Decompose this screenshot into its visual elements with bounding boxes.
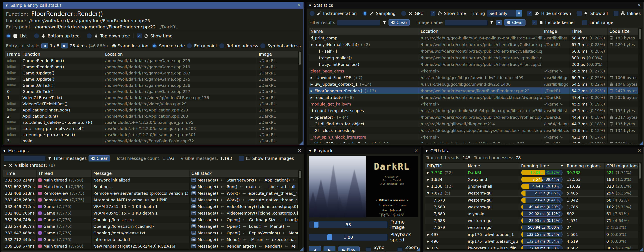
close-icon[interactable]: ✕ [298,148,302,153]
playback-speed-slider[interactable]: 1.00 [309,234,388,241]
column-header-pid-tid[interactable]: PID/TID [425,162,466,169]
frame-image-slider[interactable]: 53 [309,221,388,228]
table-row[interactable]: 382,428,269nsRemoteView(7,775)Attempting… [3,196,302,203]
table-row[interactable]: inlineGame::Update()/home/wolf/darkrl/sr… [5,70,301,76]
table-row[interactable]: 382,647,488nsGame(7,776)Opening /meta/re… [3,230,302,236]
chevron-down-icon[interactable]: ▼ [516,10,522,16]
scrollbar[interactable] [638,162,641,249]
table-row[interactable]: 2Application::Run()/home/wolf/darkrl/src… [5,113,301,119]
visible-threads-row[interactable]: ▶ Visible threads: (8) [1,163,304,169]
table-row[interactable]: ▶FloorRenderer::Render()(+13)/home/wolf/… [309,88,641,94]
clear-filter-button[interactable]: Clear [388,20,410,26]
table-row[interactable]: ▶operator()(+44)/home/wolf/darkrl/contri… [309,114,641,120]
table-row[interactable]: 382,504,746nsGame(7,776)Opening /forest.… [3,216,302,223]
column-header-location[interactable]: Location [103,51,257,58]
table-row[interactable]: inlinestd::__uniq_ptr_impl<>::reset()/us… [5,125,301,132]
table-row[interactable]: ▼7,673(5)wezterm-gui2.15 s (8.86%)5,4852… [425,190,641,196]
call-stack-icon[interactable] [192,237,196,242]
timing-dropdown[interactable]: Self only ▼ [487,10,522,17]
table-row[interactable]: 3main/home/wolf/darkrl/src/EntryPointPos… [5,138,301,143]
collapse-icon[interactable]: ▼ [3,149,6,152]
include-kernel-label[interactable]: Include kernel [545,20,575,25]
table-row[interactable]: 7,688wezterm-gui28.93 ms (0.12%)1,53171(… [425,217,641,224]
expand-icon[interactable]: ▶ [427,233,429,236]
sync-timeline-label[interactable]: Sync timeline [374,245,392,251]
return-address-label[interactable]: Return address [226,44,258,48]
scrollbar-thumb[interactable] [639,29,641,39]
hide-unknown-label[interactable]: Hide unknown [541,11,571,16]
expand-icon[interactable]: ▶ [310,96,313,99]
sample-panel-titlebar[interactable]: ▼ Sample entry call stacks ✕ [3,2,303,8]
show-frame-images-checkbox[interactable] [239,156,244,161]
collapse-icon[interactable]: ▼ [309,4,311,7]
call-stack-icon[interactable] [192,231,196,235]
resize-grip[interactable] [416,247,420,251]
column-header-message[interactable]: Message [92,170,190,177]
entry-point-radio[interactable] [187,43,192,48]
expand-icon[interactable]: ▶ [427,240,429,243]
expand-icon[interactable]: ▶ [310,142,313,144]
table-row[interactable]: inlineVideo::GetTicksHiRes()/home/wolf/d… [5,101,301,107]
column-header-name[interactable]: Name [309,28,419,34]
close-icon[interactable]: ✕ [414,148,418,153]
limit-range-label[interactable]: Limit range [590,20,613,25]
show-time-label[interactable]: Show time [150,34,172,38]
hide-unknown-checkbox[interactable]: ✓ [527,11,532,16]
table-row[interactable]: d_print_comp/usr/src/debug/gcc-build/x86… [309,34,641,41]
table-row[interactable]: ▶uw_update_context_1(+14)/usr/src/debug/… [309,81,641,88]
close-icon[interactable]: ✕ [637,148,641,153]
table-row[interactable]: 0Game::OnTick()/home/wolf/darkrl/src/gam… [5,88,301,94]
show-all-checkbox[interactable] [576,11,582,16]
table-row[interactable]: 7,673wezterm-gui2.04 s (8.41%)1,34258(4.… [425,196,641,204]
table-row[interactable]: inlineGame::Update()/home/wolf/darkrl/sr… [5,76,301,82]
sync-timeline-checkbox[interactable] [366,247,371,251]
call-stack-icon[interactable] [192,224,196,228]
funnel-icon[interactable] [48,156,52,160]
statistics-titlebar[interactable]: ▼ Statistics ✕ [307,2,643,8]
image-filter-dropdown-button[interactable]: ▼ [496,20,502,25]
resize-grip[interactable] [299,141,303,145]
image-name-input[interactable] [445,20,488,26]
funnel-icon[interactable] [382,20,386,25]
table-row[interactable]: _raw_spin_unlock_irqrestore<kernel><kern… [309,134,641,140]
sampling-label[interactable]: Sampling [376,11,396,16]
scrollbar[interactable] [638,28,641,143]
table-row[interactable]: tracy::InitRpmalloc()/home/wolf/darkrl/c… [309,61,641,68]
column-header-cpu-migrations[interactable]: CPU migrations [604,162,641,169]
close-icon[interactable]: ✕ [637,3,641,8]
table-row[interactable]: inlineGame::RenderFloor()/home/wolf/dark… [5,58,301,64]
zoom-2x-checkbox[interactable] [397,247,402,251]
clear-messages-button[interactable]: Clear [88,155,110,162]
filter-results-input[interactable] [337,20,380,26]
expand-icon[interactable]: ▶ [427,178,429,181]
column-header-running-regions[interactable]: Running regions [565,162,604,169]
table-row[interactable]: 1VideoGLBase::Tick()/home/wolf/darkrl/sr… [5,94,301,101]
column-header-thread[interactable]: Thread [36,170,92,177]
column-header-image[interactable]: Image [257,51,301,58]
table-row[interactable]: __GI__clock_nanosleep/usr/src/debug/glib… [309,127,641,134]
scrollbar[interactable] [298,51,301,143]
return-address-radio[interactable] [219,43,224,48]
inlines-label[interactable]: Inlines [627,11,641,16]
table-row[interactable]: ▶7,750(22)DarkRL10.04 s (41.37%)30,38852… [425,169,641,176]
step-back-button[interactable]: ◀ [309,246,321,252]
resize-grip[interactable] [639,247,643,251]
scrollbar-thumb[interactable] [299,52,301,65]
instrumentation-label[interactable]: Instrumentation [323,11,357,16]
top-down-mode-label[interactable]: Top-down tree [100,34,130,38]
table-row[interactable]: ▶496irq/175-iwlwifi:default_qu132.14 ms … [425,238,641,245]
list-mode-label[interactable]: List [20,34,27,38]
table-row[interactable]: 7,680async-io29.02 ms (0.12%)80261(7.61%… [425,210,641,217]
show-all-label[interactable]: Show all [590,11,608,16]
column-header-running-time[interactable]: Running time ▼ [519,162,565,169]
expand-icon[interactable]: ▶ [427,184,429,188]
call-stack-icon[interactable] [192,178,196,182]
source-code-label[interactable]: Source code [159,44,185,48]
column-header-code-size[interactable]: Code size [608,28,641,34]
top-down-radio[interactable] [86,33,92,38]
call-stack-icon[interactable] [192,244,196,248]
prev-stack-button[interactable]: ◀ [42,43,48,48]
show-frame-images-label[interactable]: Show frame images [252,156,294,161]
expand-icon[interactable]: ▶ [427,171,429,174]
symbol-address-label[interactable]: Symbol address [268,44,301,48]
